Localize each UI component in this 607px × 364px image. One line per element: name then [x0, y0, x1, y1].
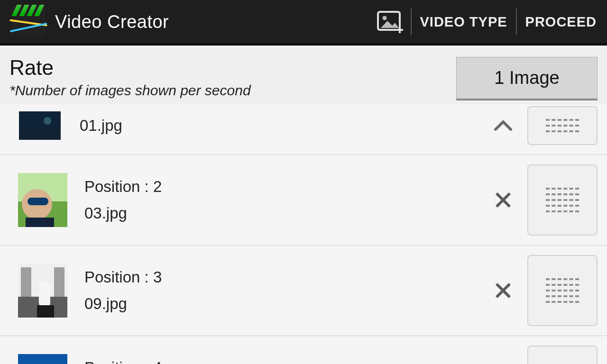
rate-picker-button[interactable]: 1 Image	[456, 57, 598, 100]
svg-point-1	[382, 16, 386, 20]
app-title: Video Creator	[55, 12, 169, 32]
svg-rect-12	[26, 218, 54, 227]
svg-rect-17	[21, 267, 31, 297]
list-item: Position : 2 03.jpg	[0, 155, 607, 245]
position-label: Position : 4	[84, 359, 487, 364]
rate-subtitle: *Number of images shown per second	[9, 82, 456, 99]
filename: 03.jpg	[84, 204, 487, 222]
bar-separator	[516, 9, 517, 35]
thumbnail	[18, 173, 67, 227]
svg-rect-6	[19, 128, 61, 140]
drag-handle[interactable]	[527, 255, 598, 326]
svg-marker-2	[381, 21, 399, 28]
proceed-button[interactable]: PROCEED	[524, 10, 598, 34]
svg-rect-11	[28, 198, 48, 205]
thumbnail	[18, 354, 67, 364]
drag-handle[interactable]	[527, 346, 598, 364]
list-item: Position : 4 12.jpg	[0, 336, 607, 364]
add-image-icon[interactable]	[377, 10, 404, 33]
action-bar: Video Creator VIDEO TYPE PROCEED	[0, 0, 607, 46]
svg-rect-19	[39, 282, 50, 308]
list-item: 01.jpg	[0, 104, 607, 155]
rate-title: Rate	[9, 56, 456, 80]
remove-icon[interactable]	[487, 274, 520, 307]
thumbnail	[18, 264, 67, 318]
drag-handle[interactable]	[527, 164, 598, 236]
drag-handle[interactable]	[527, 106, 598, 145]
filename: 01.jpg	[80, 117, 487, 135]
svg-rect-23	[18, 354, 67, 364]
svg-rect-20	[37, 305, 54, 318]
position-label: Position : 2	[84, 178, 487, 196]
image-list: 01.jpg Position : 2 03.jpg	[0, 104, 607, 364]
app-icon	[11, 8, 46, 36]
collapse-icon[interactable]	[487, 109, 520, 142]
svg-rect-18	[54, 267, 64, 297]
rate-section: Rate *Number of images shown per second …	[0, 46, 607, 104]
bar-separator	[411, 9, 412, 35]
svg-point-7	[44, 117, 51, 125]
list-item: Position : 3 09.jpg	[0, 245, 607, 336]
video-type-button[interactable]: VIDEO TYPE	[418, 10, 509, 34]
remove-icon[interactable]	[487, 183, 520, 217]
thumbnail	[19, 111, 61, 140]
position-label: Position : 3	[84, 268, 487, 286]
filename: 09.jpg	[84, 295, 487, 313]
